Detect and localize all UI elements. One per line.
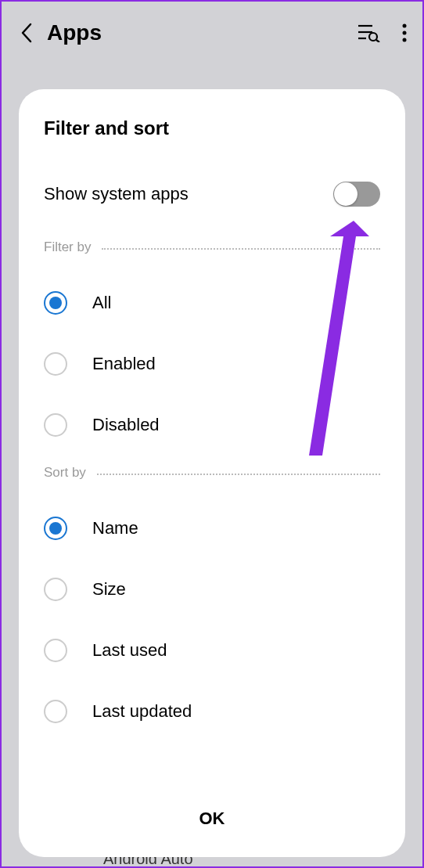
page-title: Apps [47,20,358,45]
option-label: Name [92,518,138,538]
radio-icon [44,352,67,376]
radio-icon [44,517,67,540]
svg-point-3 [369,33,377,41]
option-label: Enabled [92,354,156,374]
more-icon[interactable] [402,23,407,42]
divider [97,474,380,475]
filter-section-header: Filter by [19,240,405,255]
option-label: All [92,293,111,313]
svg-line-4 [376,40,379,42]
sort-section-label: Sort by [44,465,86,481]
back-icon[interactable] [17,23,36,42]
header-bar: Apps [2,2,422,64]
filter-option-enabled[interactable]: Enabled [19,333,405,394]
sort-section-header: Sort by [19,465,405,481]
sort-option-name[interactable]: Name [19,498,405,559]
radio-icon [44,578,67,601]
divider [102,248,380,250]
show-system-apps-toggle[interactable] [333,182,380,207]
filter-option-disabled[interactable]: Disabled [19,394,405,456]
radio-icon [44,639,67,662]
option-label: Last updated [92,701,192,722]
sort-option-last-updated[interactable]: Last updated [19,681,405,742]
radio-icon [44,700,67,723]
radio-icon [44,291,67,315]
option-label: Size [92,579,126,600]
filter-sort-modal: Filter and sort Show system apps Filter … [19,89,405,857]
filter-section-label: Filter by [44,240,91,255]
sort-option-size[interactable]: Size [19,559,405,620]
option-label: Last used [92,640,167,661]
search-filter-icon[interactable] [358,23,380,42]
toggle-knob [334,182,358,206]
option-label: Disabled [92,415,160,435]
header-actions [358,23,407,42]
filter-option-all[interactable]: All [19,272,405,333]
svg-point-6 [403,31,407,35]
modal-title: Filter and sort [19,117,405,139]
sort-option-last-used[interactable]: Last used [19,620,405,681]
radio-icon [44,413,67,437]
svg-point-7 [403,38,407,42]
ok-button[interactable]: OK [19,785,405,857]
toggle-label: Show system apps [44,184,189,204]
svg-point-5 [403,24,407,28]
show-system-apps-row[interactable]: Show system apps [19,182,405,207]
